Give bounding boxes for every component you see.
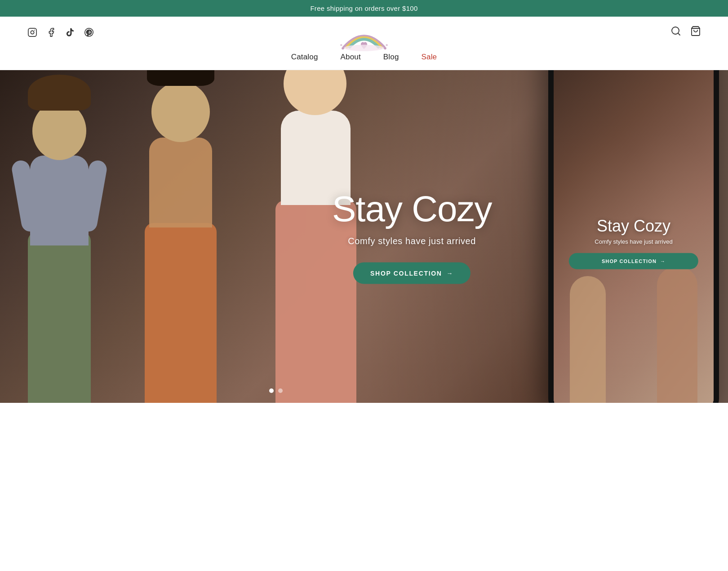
announcement-text: Free shipping on orders over $100 xyxy=(310,4,417,12)
cart-button[interactable] xyxy=(690,26,701,39)
svg-point-5 xyxy=(384,47,386,49)
svg-point-6 xyxy=(386,44,387,46)
svg-point-3 xyxy=(342,47,344,49)
hero-section: Stay Cozy Comfy styles have just arrived… xyxy=(0,70,728,403)
mobile-screen: Free shipping on orders over $100 xyxy=(554,70,714,403)
logo[interactable] xyxy=(335,21,393,57)
mobile-cta-label: SHOP COLLECTION xyxy=(602,259,657,264)
mobile-hero: Stay Cozy Comfy styles have just arrived… xyxy=(554,70,714,403)
instagram-icon[interactable] xyxy=(27,27,38,38)
mobile-hero-cta-button[interactable]: SHOP COLLECTION → xyxy=(569,253,698,269)
hero-cta-button[interactable]: SHOP COLLECTION → xyxy=(353,263,471,284)
mobile-hero-content: Stay Cozy Comfy styles have just arrived… xyxy=(562,217,706,269)
svg-point-4 xyxy=(340,44,342,46)
mobile-cta-arrow: → xyxy=(660,259,666,264)
pinterest-icon[interactable] xyxy=(84,27,94,38)
nav-sale[interactable]: Sale xyxy=(422,53,437,62)
social-links xyxy=(27,27,94,38)
search-button[interactable] xyxy=(670,26,681,39)
hero-content: Stay Cozy Comfy styles have just arrived… xyxy=(332,189,492,284)
announcement-bar: Free shipping on orders over $100 xyxy=(0,0,728,17)
svg-rect-0 xyxy=(28,28,36,36)
svg-point-7 xyxy=(344,45,384,51)
hero-carousel-dots xyxy=(269,388,283,393)
tiktok-icon[interactable] xyxy=(65,27,75,38)
svg-point-2 xyxy=(34,30,35,31)
hero-cta-arrow: → xyxy=(447,270,454,277)
svg-point-1 xyxy=(31,31,34,34)
header-actions xyxy=(670,26,701,39)
facebook-icon[interactable] xyxy=(46,27,57,38)
hero-dot-1[interactable] xyxy=(269,388,274,393)
nav-catalog[interactable]: Catalog xyxy=(291,53,318,62)
mobile-hero-subtitle: Comfy styles have just arrived xyxy=(562,238,706,245)
header xyxy=(0,17,728,48)
hero-title: Stay Cozy xyxy=(332,189,492,229)
hero-cta-label: SHOP COLLECTION xyxy=(370,270,442,277)
hero-dot-2[interactable] xyxy=(278,388,283,393)
mobile-hero-title: Stay Cozy xyxy=(562,217,706,235)
mobile-mockup: Free shipping on orders over $100 xyxy=(548,70,719,403)
svg-line-9 xyxy=(678,33,680,35)
hero-subtitle: Comfy styles have just arrived xyxy=(332,236,492,246)
